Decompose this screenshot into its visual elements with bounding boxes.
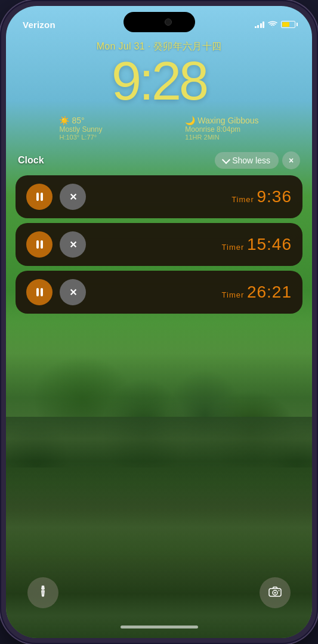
- flashlight-icon: [36, 584, 50, 601]
- weather-row: ☀️ 85° Mostly Sunny H:103° L:77° 🌙 Waxin…: [6, 111, 312, 145]
- weather-widget-right: 🌙 Waxing Gibbous Moonrise 8:04pm 11HR 2M…: [185, 116, 258, 141]
- cancel-timer-3-button[interactable]: ✕: [60, 279, 86, 305]
- timer-3-label: Timer: [222, 290, 247, 299]
- notifications-area: Clock Show less ×: [6, 151, 312, 314]
- battery-icon: [281, 21, 295, 28]
- cancel-timer-2-button[interactable]: ✕: [60, 231, 86, 258]
- pause-icon: [36, 193, 43, 201]
- app-name-label: Clock: [18, 155, 44, 166]
- pause-timer-1-button[interactable]: [26, 184, 53, 210]
- moon-phase-line: 🌙 Waxing Gibbous: [185, 116, 258, 125]
- timer-card-1: ✕ Timer 9:36: [16, 175, 302, 218]
- timer-1-label: Timer: [231, 195, 257, 204]
- timer-1-time: 9:36: [257, 187, 292, 206]
- battery-fill: [282, 22, 289, 27]
- phone-screen: Verizon: [6, 6, 312, 638]
- cancel-icon: ✕: [69, 191, 77, 203]
- moon-hours: 11HR 2MIN: [185, 134, 258, 141]
- timer-card-3: ✕ Timer 26:21: [16, 271, 302, 314]
- svg-point-3: [274, 592, 276, 593]
- show-less-label: Show less: [232, 156, 270, 165]
- dynamic-island: [124, 12, 195, 32]
- camera-dot: [165, 18, 172, 26]
- timer-3-display: Timer 26:21: [93, 283, 292, 302]
- status-icons: [255, 20, 296, 29]
- moonrise-time: Moonrise 8:04pm: [185, 125, 258, 134]
- timer-2-time: 15:46: [247, 235, 292, 253]
- camera-icon: [268, 586, 282, 600]
- signal-icon: [255, 21, 265, 28]
- cancel-timer-1-button[interactable]: ✕: [60, 184, 86, 210]
- timer-1-display: Timer 9:36: [93, 187, 292, 206]
- svg-rect-0: [42, 591, 44, 595]
- pause-icon-3: [36, 288, 43, 296]
- phone-frame: Verizon: [0, 0, 318, 644]
- notification-controls: Show less ×: [215, 151, 300, 169]
- timer-3-time: 26:21: [247, 283, 292, 301]
- timer-2-label: Timer: [222, 243, 247, 252]
- sun-icon: ☀️: [59, 116, 69, 125]
- cancel-icon-3: ✕: [69, 287, 77, 298]
- svg-point-4: [279, 590, 280, 591]
- weather-high-low: H:103° L:77°: [59, 134, 102, 141]
- home-indicator: [121, 626, 198, 628]
- bottom-controls: [6, 577, 312, 608]
- pause-icon-2: [36, 240, 43, 249]
- weather-temp: ☀️ 85°: [59, 116, 102, 125]
- wifi-icon: [268, 20, 277, 29]
- timer-2-display: Timer 15:46: [93, 235, 292, 254]
- pause-timer-3-button[interactable]: [26, 279, 53, 305]
- close-notifications-button[interactable]: ×: [282, 151, 300, 169]
- carrier-label: Verizon: [23, 20, 55, 30]
- lock-content: Mon Jul 31 · 癸卯年六月十四 9:28: [6, 36, 312, 108]
- close-icon: ×: [289, 156, 294, 165]
- weather-condition: Mostly Sunny: [59, 125, 102, 134]
- timer-card-2: ✕ Timer 15:46: [16, 223, 302, 266]
- notification-header: Clock Show less ×: [16, 151, 302, 169]
- moon-phase: Waxing Gibbous: [197, 116, 258, 125]
- flashlight-button[interactable]: [27, 577, 58, 608]
- chevron-down-icon: [222, 155, 230, 163]
- camera-button[interactable]: [260, 577, 291, 608]
- show-less-button[interactable]: Show less: [215, 152, 279, 169]
- cancel-icon-2: ✕: [69, 239, 77, 250]
- weather-widget-left: ☀️ 85° Mostly Sunny H:103° L:77°: [59, 116, 102, 141]
- temperature: 85°: [72, 116, 84, 125]
- moon-icon: 🌙: [185, 116, 195, 125]
- lock-time: 9:28: [6, 54, 312, 108]
- pause-timer-2-button[interactable]: [26, 231, 53, 258]
